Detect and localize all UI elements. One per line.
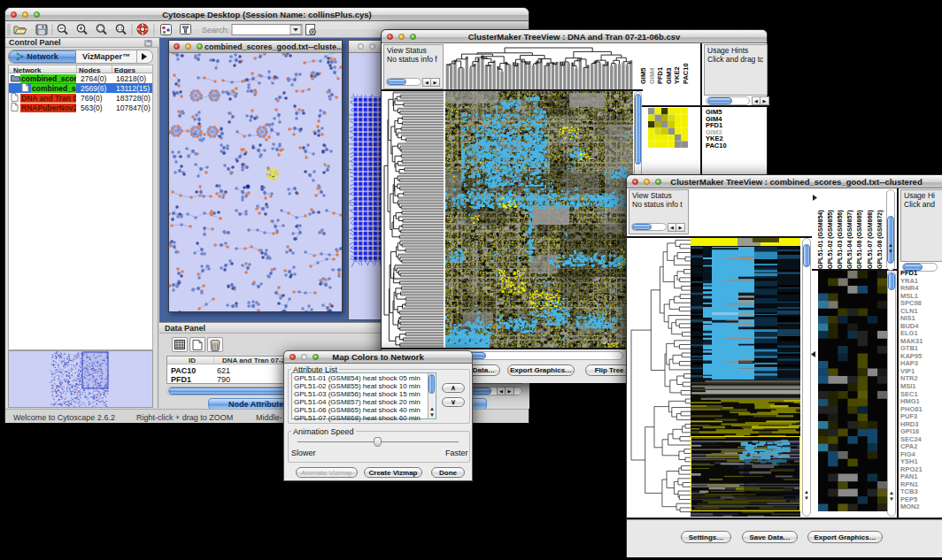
svg-text:1:1: 1:1 <box>117 27 123 31</box>
svg-text:Search:: Search: <box>202 26 229 35</box>
